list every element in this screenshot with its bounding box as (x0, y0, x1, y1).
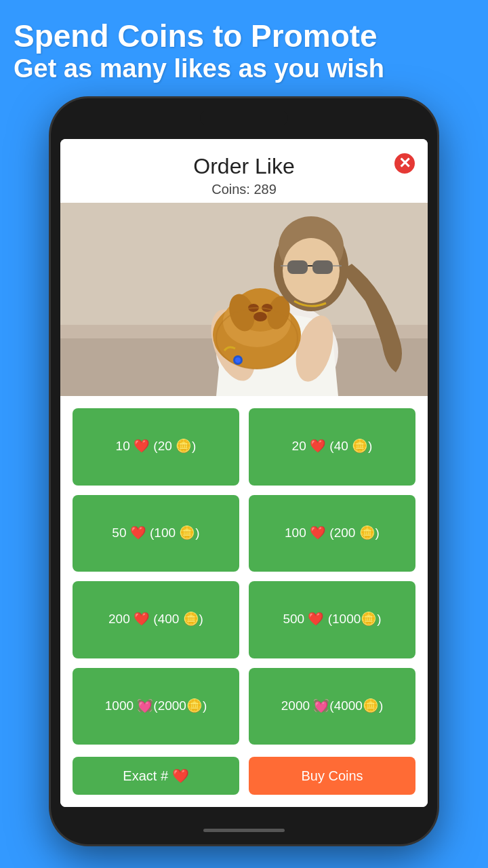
phone-frame: Order Like Coins: 289 ✕ (51, 98, 437, 844)
like-btn-50[interactable]: 50 ❤️ (100 🪙) (73, 495, 239, 572)
profile-photo (60, 203, 428, 396)
likes-buttons-grid: 10 ❤️ (20 🪙) 20 ❤️ (40 🪙) 50 ❤️ (100 🪙) … (60, 396, 428, 757)
buy-coins-button[interactable]: Buy Coins (249, 757, 415, 795)
like-btn-1000[interactable]: 1000 💓(2000🪙) (73, 668, 239, 745)
like-btn-500[interactable]: 500 ❤️ (1000🪙) (249, 581, 415, 658)
like-btn-200[interactable]: 200 ❤️ (400 🪙) (73, 581, 239, 658)
like-btn-10[interactable]: 10 ❤️ (20 🪙) (73, 408, 239, 486)
svg-rect-18 (287, 260, 308, 274)
close-button[interactable]: ✕ (392, 151, 417, 176)
exact-button[interactable]: Exact # ❤️ (73, 757, 239, 795)
like-btn-100[interactable]: 100 ❤️ (200 🪙) (249, 495, 415, 572)
svg-point-13 (253, 312, 267, 321)
phone-notch (200, 111, 288, 125)
header-section: Spend Coins to Promote Get as many likes… (0, 0, 488, 84)
close-icon: ✕ (392, 151, 417, 176)
modal-coins-display: Coins: 289 (74, 182, 414, 197)
phone-screen: Order Like Coins: 289 ✕ (60, 139, 428, 807)
svg-rect-19 (312, 260, 333, 274)
photo-placeholder (60, 203, 428, 396)
modal-header: Order Like Coins: 289 ✕ (60, 139, 428, 203)
header-title-line1: Spend Coins to Promote (14, 19, 474, 54)
svg-point-24 (235, 357, 241, 363)
home-bar-indicator (203, 829, 285, 832)
like-btn-2000[interactable]: 2000 💓(4000🪙) (249, 668, 415, 745)
like-btn-20[interactable]: 20 ❤️ (40 🪙) (249, 408, 415, 486)
photo-svg (60, 203, 428, 396)
bottom-action-bar: Exact # ❤️ Buy Coins (60, 757, 428, 807)
header-title-line2: Get as many likes as you wish (14, 54, 474, 85)
modal-title: Order Like (74, 154, 414, 179)
